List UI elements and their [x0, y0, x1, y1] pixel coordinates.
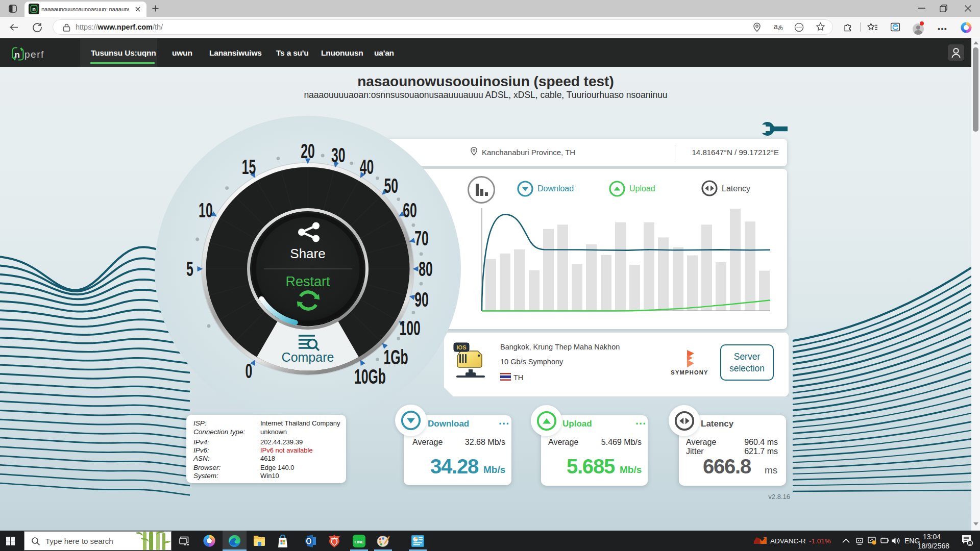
svg-text:IOS: IOS: [457, 344, 467, 350]
svg-text:15: 15: [242, 156, 256, 178]
svg-text:10Gb: 10Gb: [354, 365, 386, 388]
svg-text:20: 20: [301, 140, 315, 162]
svg-text:perf: perf: [24, 49, 44, 60]
svg-text:70: 70: [414, 227, 429, 249]
svg-text:Restart: Restart: [285, 274, 330, 289]
svg-text:1: 1: [969, 540, 971, 546]
svg-text:10: 10: [199, 198, 213, 221]
svg-text:n: n: [32, 6, 36, 12]
svg-text:1Gb: 1Gb: [383, 345, 408, 368]
svg-text:30: 30: [331, 144, 346, 166]
svg-text:Compare: Compare: [282, 350, 334, 364]
svg-text:80: 80: [419, 258, 433, 280]
svg-text:5: 5: [186, 258, 193, 280]
svg-text:40: 40: [360, 156, 374, 178]
svg-text:50: 50: [384, 174, 399, 197]
svg-text:60: 60: [403, 198, 417, 221]
svg-text:n: n: [15, 50, 20, 60]
svg-text:100: 100: [399, 316, 420, 339]
svg-text:Share: Share: [290, 246, 325, 261]
svg-text:90: 90: [414, 288, 429, 311]
svg-text:LINE: LINE: [354, 540, 364, 544]
svg-text:0: 0: [246, 360, 253, 382]
